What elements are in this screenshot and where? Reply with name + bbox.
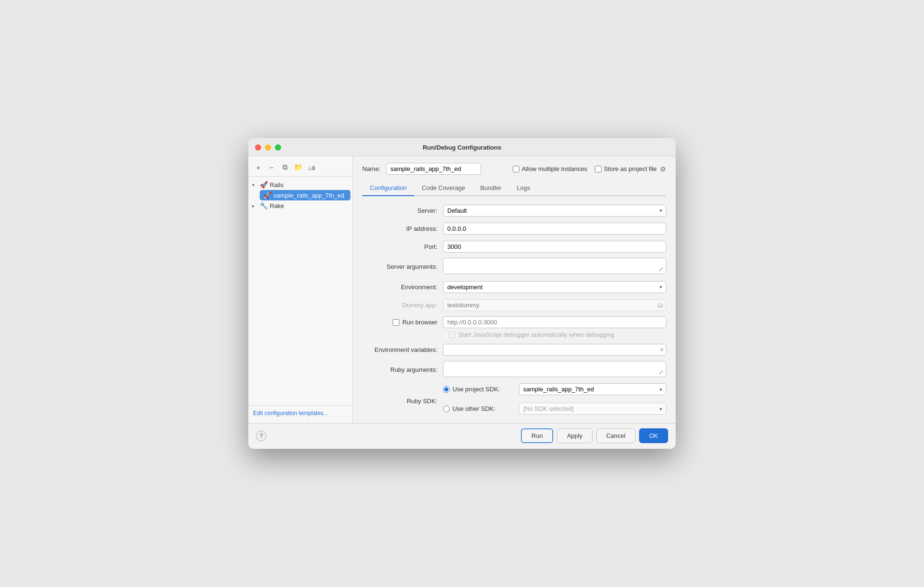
run-button[interactable]: Run	[521, 428, 553, 443]
ok-button[interactable]: OK	[639, 428, 668, 443]
help-button[interactable]: ?	[256, 431, 266, 441]
store-project-label[interactable]: Store as project file	[604, 165, 657, 172]
tab-configuration[interactable]: Configuration	[362, 180, 414, 196]
main-window: Run/Debug Configurations + − ⧉ 📁 ↓a ▾ 🚀 …	[248, 138, 676, 449]
sort-config-button[interactable]: ↓a	[306, 162, 317, 172]
cancel-button[interactable]: Cancel	[596, 428, 635, 443]
tab-code-coverage[interactable]: Code Coverage	[414, 180, 472, 196]
environment-row: Environment: development test production…	[362, 280, 666, 294]
ruby-args-label: Ruby arguments:	[362, 366, 443, 373]
copy-config-button[interactable]: ⧉	[280, 162, 290, 172]
env-vars-input[interactable]	[443, 344, 666, 356]
project-sdk-select[interactable]: sample_rails_app_7th_ed	[519, 383, 666, 395]
ruby-sdk-row: Ruby SDK: Use project SDK: sample_rails_…	[362, 383, 666, 418]
use-project-sdk-label[interactable]: Use project SDK:	[443, 386, 519, 393]
other-sdk-select-wrapper: [No SDK selected] ▾	[519, 403, 666, 415]
store-project-checkbox[interactable]	[595, 166, 602, 172]
expand-icon[interactable]: ⤢	[659, 369, 663, 376]
checkbox-group: Allow multiple instances Store as projec…	[513, 165, 666, 173]
ip-row: IP address:	[362, 222, 666, 235]
ruby-args-wrapper: ⤢	[443, 361, 666, 379]
sidebar-tree: ▾ 🚀 Rails 🚀 sample_rails_app_7th_ed ▸ 🔧 …	[248, 177, 352, 405]
env-vars-row: Environment variables: ≡	[362, 343, 666, 356]
rails-group-label: Rails	[270, 181, 283, 189]
allow-multiple-checkbox[interactable]	[513, 166, 519, 172]
port-row: Port:	[362, 240, 666, 253]
environment-select[interactable]: development test production	[443, 281, 666, 293]
expand-icon[interactable]: ⤢	[659, 266, 663, 273]
footer-buttons: Run Apply Cancel OK	[521, 428, 668, 443]
run-browser-checkbox[interactable]	[393, 319, 399, 326]
rails-children: 🚀 sample_rails_app_7th_ed	[248, 190, 352, 200]
sidebar-group-rake[interactable]: ▸ 🔧 Rake	[248, 200, 352, 211]
server-label: Server:	[362, 207, 443, 214]
tab-logs[interactable]: Logs	[509, 180, 537, 196]
server-select[interactable]: Default WEBrick Thin Puma	[443, 205, 666, 217]
ruby-sdk-label: Ruby SDK:	[362, 398, 443, 405]
titlebar: Run/Debug Configurations	[248, 138, 676, 156]
close-button[interactable]	[255, 144, 261, 151]
folder-icon[interactable]: 🗂	[657, 302, 663, 309]
name-label: Name:	[362, 165, 380, 172]
project-sdk-select-wrapper: sample_rails_app_7th_ed ▾	[519, 383, 666, 395]
js-debugger-checkbox[interactable]	[449, 331, 455, 338]
store-project-item: Store as project file ⚙	[595, 165, 666, 173]
use-project-sdk-row: Use project SDK: sample_rails_app_7th_ed…	[443, 383, 666, 395]
use-other-sdk-radio[interactable]	[443, 406, 450, 412]
server-args-label: Server arguments:	[362, 263, 443, 270]
server-args-row: Server arguments: ⤢	[362, 258, 666, 275]
allow-multiple-label[interactable]: Allow multiple instances	[522, 165, 587, 172]
run-browser-label[interactable]: Run browser	[402, 319, 437, 326]
config-panel: Name: Allow multiple instances Store as …	[353, 156, 676, 423]
use-project-sdk-text: Use project SDK:	[453, 386, 500, 393]
dummy-app-input[interactable]	[443, 299, 666, 311]
allow-multiple-item: Allow multiple instances	[513, 165, 587, 172]
main-content: + − ⧉ 📁 ↓a ▾ 🚀 Rails 🚀 sample_rails_app_…	[248, 156, 676, 423]
sidebar: + − ⧉ 📁 ↓a ▾ 🚀 Rails 🚀 sample_rails_app_…	[248, 156, 353, 423]
env-vars-label: Environment variables:	[362, 346, 443, 353]
add-config-button[interactable]: +	[253, 162, 264, 172]
ruby-args-row: Ruby arguments: ⤢	[362, 361, 666, 379]
minimize-button[interactable]	[265, 144, 271, 151]
ip-label: IP address:	[362, 225, 443, 232]
rails-icon: 🚀	[260, 181, 268, 189]
dummy-app-label: Dummy app:	[362, 302, 443, 309]
footer-bar: ? Run Apply Cancel OK	[248, 423, 676, 449]
use-other-sdk-label[interactable]: Use other SDK:	[443, 405, 519, 412]
edit-templates-link[interactable]: Edit configuration templates...	[253, 410, 328, 417]
server-row: Server: Default WEBrick Thin Puma ▾	[362, 204, 666, 217]
tab-bundler[interactable]: Bundler	[472, 180, 509, 196]
apply-button[interactable]: Apply	[557, 428, 593, 443]
maximize-button[interactable]	[275, 144, 281, 151]
server-select-wrapper: Default WEBrick Thin Puma ▾	[443, 205, 666, 217]
traffic-lights	[255, 144, 281, 151]
port-input[interactable]	[443, 241, 666, 253]
remove-config-button[interactable]: −	[266, 162, 277, 172]
tabs: Configuration Code Coverage Bundler Logs	[362, 180, 666, 196]
chevron-right-icon: ▸	[252, 203, 258, 208]
js-debugger-row: Start JavaScript debugger automatically …	[362, 331, 666, 338]
environment-select-wrapper: development test production ▾	[443, 281, 666, 293]
use-project-sdk-radio[interactable]	[443, 386, 450, 393]
window-title: Run/Debug Configurations	[423, 144, 501, 151]
ip-input[interactable]	[443, 223, 666, 235]
dummy-app-wrapper: 🗂	[443, 299, 666, 311]
use-other-sdk-row: Use other SDK: [No SDK selected] ▾	[443, 403, 666, 415]
name-row: Name: Allow multiple instances Store as …	[362, 163, 666, 175]
other-sdk-select[interactable]: [No SDK selected]	[519, 403, 666, 415]
dummy-app-row: Dummy app: 🗂	[362, 298, 666, 312]
gear-icon[interactable]: ⚙	[660, 165, 666, 173]
js-debugger-label[interactable]: Start JavaScript debugger automatically …	[449, 331, 614, 338]
sidebar-group-rails[interactable]: ▾ 🚀 Rails	[248, 180, 352, 190]
environment-label: Environment:	[362, 284, 443, 291]
sidebar-item-sample-rails[interactable]: 🚀 sample_rails_app_7th_ed	[260, 190, 350, 200]
form-area: Server: Default WEBrick Thin Puma ▾ IP a…	[362, 204, 666, 423]
list-icon[interactable]: ≡	[660, 346, 663, 353]
sidebar-footer: Edit configuration templates...	[248, 405, 352, 420]
server-args-input[interactable]	[443, 258, 666, 274]
ruby-args-input[interactable]	[443, 361, 666, 377]
folder-config-button[interactable]: 📁	[293, 162, 303, 172]
browser-url-input[interactable]	[443, 316, 666, 328]
name-input[interactable]	[386, 163, 481, 175]
port-label: Port:	[362, 243, 443, 250]
